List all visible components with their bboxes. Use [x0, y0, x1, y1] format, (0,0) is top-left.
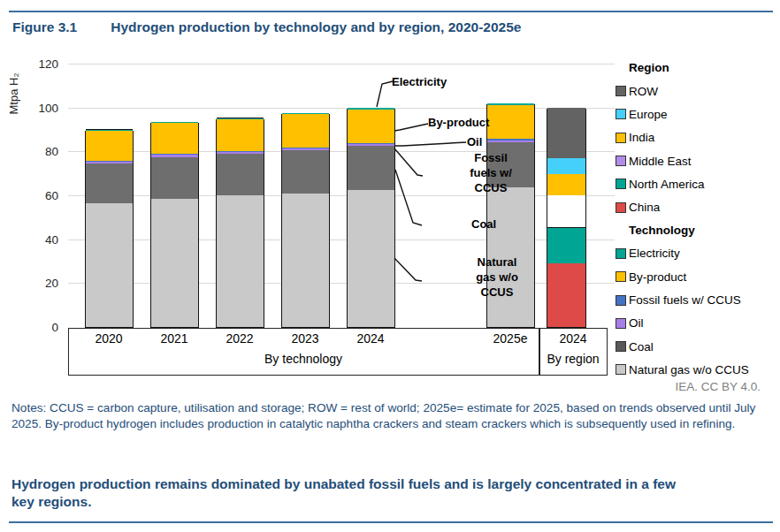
license-credit: IEA. CC BY 4.0.: [0, 380, 761, 393]
legend-swatch: [616, 133, 626, 143]
y-tick-label: 40: [45, 233, 58, 247]
annotation-fossil: Fossil fuels w/ CCUS: [447, 150, 535, 195]
figure-title: Figure 3.1 Hydrogen production by techno…: [12, 19, 771, 35]
annotation-electricity: Electricity: [392, 74, 447, 89]
legend-item-label: By-product: [629, 270, 686, 284]
bar-segment-electricity: [348, 108, 394, 109]
y-tick-label: 100: [38, 102, 58, 115]
legend-item-label: ROW: [629, 85, 658, 98]
x-group-label-region: By region: [547, 352, 599, 366]
legend-technology-items: ElectricityBy-productFossil fuels w/ CCU…: [616, 242, 780, 382]
bar-segment-natural-gas-w-o-ccus: [282, 194, 329, 327]
legend-item-label: Fossil fuels w/ CCUS: [629, 293, 741, 307]
legend-swatch: [616, 341, 626, 352]
x-tick-2024: 2024: [356, 331, 384, 346]
legend-header-region: Region: [616, 57, 780, 80]
bar-segment-oil: [348, 144, 394, 146]
bar-segment-row: [547, 108, 585, 158]
bar-segment-by-product: [348, 110, 394, 143]
bar-segment-europe: [547, 158, 585, 175]
x-tick-2020: 2020: [95, 331, 122, 346]
legend-item-label: Coal: [629, 340, 654, 353]
bar-segment-oil: [282, 148, 329, 150]
bar-technology-2020: [85, 131, 134, 328]
legend-item-north-america: North America: [616, 172, 780, 195]
bar-segment-fossil-fuels-w-ccus: [487, 139, 534, 141]
bar-segment-natural-gas-w-o-ccus: [86, 203, 133, 327]
figure-page: { "title": { "figure_label": "Figure 3.1…: [0, 0, 780, 532]
legend-item-europe: Europe: [616, 103, 780, 125]
annotation-coal: Coal: [471, 217, 496, 232]
stacked-bar-chart: Mtpa H₂ 020406080100120 2024 By technolo…: [0, 55, 780, 391]
bar-segment-electricity: [282, 113, 329, 114]
y-tick-label: 20: [45, 277, 58, 290]
bar-segment-coal: [282, 150, 329, 193]
legend-swatch: [616, 364, 626, 375]
y-axis-ticks: 020406080100120: [0, 65, 62, 328]
bar-segment-fossil-fuels-w-ccus: [348, 143, 394, 144]
x-tick-2025e: 2025e: [493, 331, 528, 346]
figure-number: Figure 3.1: [12, 19, 77, 35]
y-tick-label: 60: [45, 189, 58, 202]
bar-segment-coal: [217, 154, 264, 195]
legend-swatch: [616, 295, 626, 306]
x-tick-2022: 2022: [226, 331, 253, 346]
bar-region-2024: [547, 109, 586, 328]
bar-segment-middle-east: [547, 195, 585, 228]
bar-segment-electricity: [217, 118, 264, 119]
legend-item-china: China: [616, 195, 780, 218]
legend-item-label: Middle East: [629, 155, 692, 168]
x-tick-region-2024: 2024: [559, 331, 586, 346]
bar-segment-china: [547, 263, 585, 327]
bar-technology-2023: [281, 114, 330, 328]
legend-item-label: China: [629, 201, 660, 214]
legend-item-label: North America: [629, 178, 705, 191]
legend-item-india: India: [616, 126, 780, 149]
summary-text: Hydrogen production remains dominated by…: [11, 475, 684, 511]
bar-segment-fossil-fuels-w-ccus: [282, 148, 329, 148]
legend-swatch: [616, 202, 626, 213]
bar-segment-india: [547, 174, 585, 195]
top-divider: [9, 11, 773, 12]
annotation-by-product: By-product: [428, 115, 489, 130]
legend-item-label: Electricity: [629, 247, 680, 260]
bar-segment-coal: [86, 163, 133, 203]
legend-item-middle-east: Middle East: [616, 149, 780, 172]
x-tick-2023: 2023: [291, 331, 318, 346]
bar-segment-by-product: [487, 105, 534, 139]
bar-segment-by-product: [151, 123, 198, 155]
legend-header-technology: Technology: [616, 219, 780, 242]
legend-swatch: [616, 318, 626, 329]
x-tick-2021: 2021: [160, 331, 187, 346]
legend-item-oil: Oil: [616, 312, 780, 335]
bar-segment-oil: [151, 155, 198, 156]
legend-item-label: Europe: [629, 108, 668, 121]
legend-item-label: India: [629, 131, 654, 144]
legend-swatch: [616, 86, 626, 96]
legend-swatch: [616, 109, 626, 119]
bar-segment-oil: [86, 162, 133, 163]
bar-segment-fossil-fuels-w-ccus: [217, 151, 264, 152]
bar-segment-fossil-fuels-w-ccus: [151, 154, 198, 155]
y-tick-label: 0: [51, 321, 58, 334]
bar-technology-2022: [216, 119, 264, 328]
legend-swatch: [616, 271, 626, 282]
annotation-natural: Natural gas w/o CCUS: [449, 255, 545, 300]
bar-segment-by-product: [217, 119, 264, 151]
bar-segment-north-america: [547, 228, 585, 263]
legend-swatch: [616, 156, 626, 166]
legend-item-label: Natural gas w/o CCUS: [629, 363, 749, 376]
legend-item-coal: Coal: [616, 335, 780, 358]
legend-item-row: ROW: [616, 80, 780, 103]
bar-technology-2024: [347, 109, 395, 328]
notes-text: Notes: CCUS = carbon capture, utilisatio…: [11, 400, 763, 432]
bar-segment-fossil-fuels-w-ccus: [86, 161, 133, 162]
bar-segment-electricity: [487, 103, 534, 105]
bar-segment-oil: [487, 141, 534, 142]
legend: Region ROWEuropeIndiaMiddle EastNorth Am…: [616, 57, 780, 382]
bar-segment-by-product: [282, 114, 329, 148]
legend-item-natural-gas-w-o-ccus: Natural gas w/o CCUS: [616, 358, 780, 381]
legend-item-fossil-fuels-w-ccus: Fossil fuels w/ CCUS: [616, 288, 780, 311]
legend-swatch: [616, 179, 626, 189]
bar-segment-coal: [151, 157, 198, 199]
